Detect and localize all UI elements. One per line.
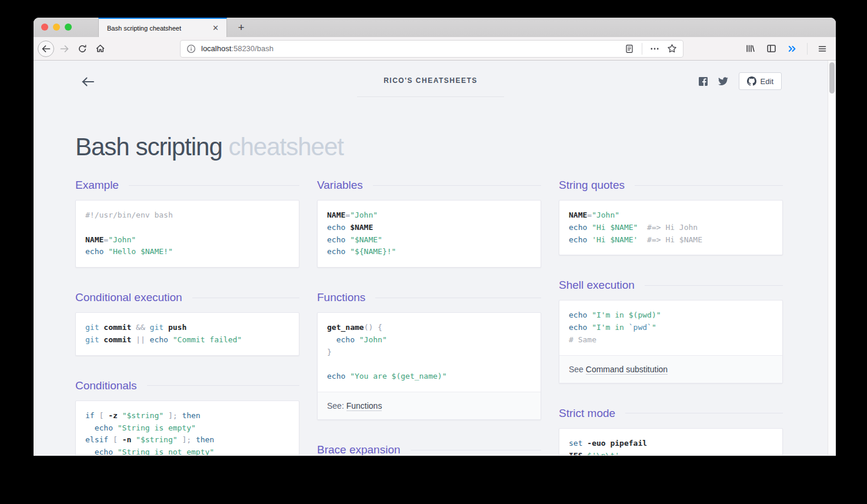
code-line: NAME="John" xyxy=(327,209,531,222)
section-title: Variables xyxy=(317,179,363,192)
minimize-window-button[interactable] xyxy=(53,24,60,31)
page-header: RICO'S CHEATSHEETS Edit xyxy=(34,61,836,102)
card-footer: See Command substitution xyxy=(559,355,782,383)
code-line: set -euo pipefail xyxy=(569,438,773,450)
home-icon xyxy=(95,44,105,54)
toolbar-separator xyxy=(807,43,808,55)
section-title-rule xyxy=(129,185,299,186)
card-footer-link[interactable]: Command substitution xyxy=(586,365,668,375)
card-footer: See: Functions xyxy=(318,392,541,419)
code-line: git commit && git push xyxy=(85,322,289,334)
section-title: Shell execution xyxy=(559,279,635,292)
forward-arrow-icon xyxy=(60,44,69,54)
site-info-icon[interactable] xyxy=(186,44,196,54)
code-line: echo "You are $(get_name)" xyxy=(327,371,531,383)
library-button[interactable] xyxy=(741,40,759,58)
url-bar[interactable]: localhost:58230/bash xyxy=(180,40,683,58)
sidebar-icon xyxy=(766,44,776,54)
tab-bar: Bash scripting cheatsheet ✕ + xyxy=(34,18,836,37)
code-line: echo "${NAME}!" xyxy=(327,246,531,258)
column-2: VariablesNAME="John"echo $NAMEecho "$NAM… xyxy=(317,179,541,455)
code-line xyxy=(85,222,289,234)
code-block: set -euo pipefailIFS=$'\n\t' xyxy=(559,429,782,455)
code-block: git commit && git pushgit commit || echo… xyxy=(76,313,299,355)
code-card: if [ -z "$string" ]; then echo "String i… xyxy=(75,400,299,455)
github-icon xyxy=(747,76,756,86)
tab-close-icon[interactable]: ✕ xyxy=(211,23,221,33)
code-card: git commit && git pushgit commit || echo… xyxy=(75,312,299,356)
reload-button[interactable] xyxy=(74,40,91,58)
home-button[interactable] xyxy=(91,40,109,58)
code-block: echo "I'm in $(pwd)"echo "I'm in `pwd`"#… xyxy=(559,301,782,355)
code-block: #!/usr/bin/env bash NAME="John"echo "Hel… xyxy=(76,201,299,267)
code-line: echo "John" xyxy=(327,334,531,346)
code-line: NAME="John" xyxy=(85,234,289,246)
section-title-rule xyxy=(192,298,299,298)
sidebar-toggle-button[interactable] xyxy=(762,40,780,58)
code-line: if [ -z "$string" ]; then xyxy=(85,410,289,422)
back-button[interactable] xyxy=(38,41,54,57)
code-line: # Same xyxy=(569,334,773,346)
code-line: echo "Hi $NAME" #=> Hi John xyxy=(569,222,773,234)
cheatsheet-columns: Example#!/usr/bin/env bash NAME="John"ec… xyxy=(75,179,783,455)
site-title-divider xyxy=(357,96,504,97)
column-3: String quotesNAME="John"echo "Hi $NAME" … xyxy=(559,179,783,455)
page-scrollbar[interactable] xyxy=(828,61,836,455)
card-footer-link[interactable]: Functions xyxy=(346,401,382,411)
reload-icon xyxy=(78,44,87,54)
code-card: NAME="John"echo "Hi $NAME" #=> Hi Johnec… xyxy=(559,200,783,255)
section-title-rule xyxy=(625,413,783,413)
code-block: get_name() { echo "John"} echo "You are … xyxy=(318,313,541,392)
section-title-rule xyxy=(373,185,541,186)
code-line: get_name() { xyxy=(327,322,531,334)
close-window-button[interactable] xyxy=(41,24,48,31)
section-heading: Example xyxy=(75,179,299,192)
window-controls xyxy=(41,24,72,31)
url-text[interactable]: localhost:58230/bash xyxy=(201,44,274,53)
overflow-menu-button[interactable] xyxy=(783,40,801,58)
facebook-icon[interactable] xyxy=(699,77,708,86)
page-actions-icon[interactable] xyxy=(650,44,659,54)
menu-button[interactable] xyxy=(813,40,831,58)
code-card: get_name() { echo "John"} echo "You are … xyxy=(317,312,541,420)
code-line: elsif [ -n "$string" ]; then xyxy=(85,434,289,446)
card-footer-prefix: See xyxy=(569,365,586,374)
code-line: IFS=$'\n\t' xyxy=(569,450,773,455)
card-footer-prefix: See: xyxy=(327,401,346,410)
code-line: NAME="John" xyxy=(569,209,773,222)
code-line: git commit || echo "Commit failed" xyxy=(85,334,289,346)
code-line: echo "String is not empty" xyxy=(85,446,289,455)
new-tab-button[interactable]: + xyxy=(232,19,250,36)
code-block: NAME="John"echo $NAMEecho "$NAME"echo "$… xyxy=(318,201,541,267)
code-block: NAME="John"echo "Hi $NAME" #=> Hi Johnec… xyxy=(559,201,782,255)
twitter-icon[interactable] xyxy=(718,77,728,86)
bookmark-star-icon[interactable] xyxy=(667,44,677,54)
section-title: Example xyxy=(75,179,119,192)
code-line: echo "I'm in `pwd`" xyxy=(569,322,773,334)
edit-button[interactable]: Edit xyxy=(739,72,782,90)
code-line: #!/usr/bin/env bash xyxy=(85,209,289,222)
section-title: Conditionals xyxy=(75,379,137,392)
section-heading: Strict mode xyxy=(559,407,783,420)
section-title: Functions xyxy=(317,291,365,304)
section-heading: String quotes xyxy=(559,179,783,192)
section-title-rule xyxy=(645,285,783,286)
section-heading: Conditional execution xyxy=(75,291,299,304)
scrollbar-thumb[interactable] xyxy=(829,62,835,94)
library-icon xyxy=(745,44,755,54)
browser-tab[interactable]: Bash scripting cheatsheet ✕ xyxy=(98,18,227,37)
code-line: echo "I'm in $(pwd)" xyxy=(569,309,773,322)
section-heading: Conditionals xyxy=(75,379,299,392)
code-card: echo "I'm in $(pwd)"echo "I'm in `pwd`"#… xyxy=(559,300,783,383)
double-chevron-icon xyxy=(788,44,797,54)
section-heading: Brace expansion xyxy=(317,443,541,455)
code-card: NAME="John"echo $NAMEecho "$NAME"echo "$… xyxy=(317,200,541,268)
section-heading: Functions xyxy=(317,291,541,304)
hamburger-icon xyxy=(818,44,827,54)
navigation-toolbar: localhost:58230/bash xyxy=(34,37,836,61)
zoom-window-button[interactable] xyxy=(65,24,72,31)
code-line: echo $NAME xyxy=(327,222,531,234)
reader-mode-icon[interactable] xyxy=(625,44,634,54)
section-heading: Variables xyxy=(317,179,541,192)
section-title-rule xyxy=(411,450,541,450)
